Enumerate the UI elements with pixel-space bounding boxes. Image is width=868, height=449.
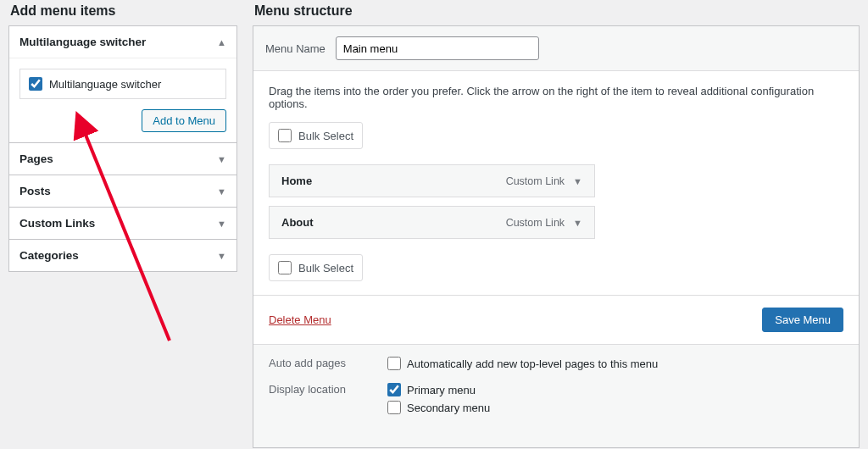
ml-item-row[interactable]: Multilanguage switcher xyxy=(19,69,226,99)
auto-add-label: Auto add pages xyxy=(269,357,387,374)
add-menu-items-column: Add menu items Multilanguage switcher ▲ … xyxy=(8,3,237,448)
chevron-down-icon: ▼ xyxy=(217,219,226,229)
chevron-up-icon: ▲ xyxy=(217,37,226,47)
bulk-select-checkbox[interactable] xyxy=(278,129,292,142)
menu-item-title: About xyxy=(281,216,506,229)
location-primary[interactable]: Primary menu xyxy=(387,383,490,396)
ml-item-label: Multilanguage switcher xyxy=(49,78,161,91)
auto-add-option[interactable]: Automatically add new top-level pages to… xyxy=(387,357,658,370)
menu-item-title: Home xyxy=(281,175,506,187)
chevron-down-icon[interactable]: ▼ xyxy=(573,218,582,228)
accordion-title: Categories xyxy=(19,249,79,262)
menu-panel-actions: Delete Menu Save Menu xyxy=(253,295,859,344)
menu-item-type: Custom Link xyxy=(506,175,565,187)
menu-panel-header: Menu Name xyxy=(253,26,859,71)
accordion-custom-links[interactable]: Custom Links ▼ xyxy=(8,208,237,240)
ml-item-checkbox[interactable] xyxy=(29,77,42,91)
accordion-header-ml[interactable]: Multilanguage switcher ▲ xyxy=(9,26,236,58)
auto-add-text: Automatically add new top-level pages to… xyxy=(407,358,658,370)
bulk-select-checkbox[interactable] xyxy=(278,261,292,274)
accordion-body-ml: Multilanguage switcher Add to Menu xyxy=(9,58,236,142)
auto-add-checkbox[interactable] xyxy=(387,357,401,370)
location-secondary-checkbox[interactable] xyxy=(387,401,401,414)
bulk-select-label: Bulk Select xyxy=(298,130,353,142)
menu-item[interactable]: About Custom Link ▼ xyxy=(269,206,595,239)
menu-item-type: Custom Link xyxy=(506,217,565,229)
accordion-pages[interactable]: Pages ▼ xyxy=(8,143,237,175)
location-secondary[interactable]: Secondary menu xyxy=(387,401,490,414)
location-secondary-text: Secondary menu xyxy=(407,402,490,414)
accordion-multilanguage-switcher[interactable]: Multilanguage switcher ▲ Multilanguage s… xyxy=(8,25,237,143)
accordion-posts[interactable]: Posts ▼ xyxy=(8,175,237,208)
delete-menu-link[interactable]: Delete Menu xyxy=(269,313,331,326)
chevron-down-icon[interactable]: ▼ xyxy=(573,176,582,186)
drag-hint: Drag the items into the order you prefer… xyxy=(269,85,843,110)
menu-settings: Auto add pages Automatically add new top… xyxy=(253,344,859,447)
accordion-title: Multilanguage switcher xyxy=(19,36,146,48)
menu-panel-body: Drag the items into the order you prefer… xyxy=(253,71,859,295)
menu-panel: Menu Name Drag the items into the order … xyxy=(253,25,860,448)
location-primary-checkbox[interactable] xyxy=(387,383,401,396)
menu-name-input[interactable] xyxy=(336,36,539,60)
accordion-title: Custom Links xyxy=(19,217,95,230)
accordion-title: Pages xyxy=(19,152,53,165)
chevron-down-icon: ▼ xyxy=(217,154,226,164)
bulk-select-top[interactable]: Bulk Select xyxy=(269,122,363,149)
display-location-label: Display location xyxy=(269,383,387,419)
bulk-select-bottom[interactable]: Bulk Select xyxy=(269,254,363,281)
accordion-categories[interactable]: Categories ▼ xyxy=(8,240,237,272)
save-menu-button[interactable]: Save Menu xyxy=(762,308,843,332)
chevron-down-icon: ▼ xyxy=(217,251,226,261)
chevron-down-icon: ▼ xyxy=(217,186,226,197)
add-to-menu-button[interactable]: Add to Menu xyxy=(142,109,226,132)
menu-items-list: Home Custom Link ▼ About Custom Link ▼ xyxy=(269,164,843,239)
menu-name-label: Menu Name xyxy=(265,42,326,55)
location-primary-text: Primary menu xyxy=(407,384,476,396)
accordion-title: Posts xyxy=(19,185,51,197)
add-items-heading: Add menu items xyxy=(10,3,237,19)
menu-structure-heading: Menu structure xyxy=(254,3,860,19)
menu-item[interactable]: Home Custom Link ▼ xyxy=(269,164,595,197)
menu-structure-column: Menu structure Menu Name Drag the items … xyxy=(253,3,860,448)
bulk-select-label: Bulk Select xyxy=(298,262,353,274)
